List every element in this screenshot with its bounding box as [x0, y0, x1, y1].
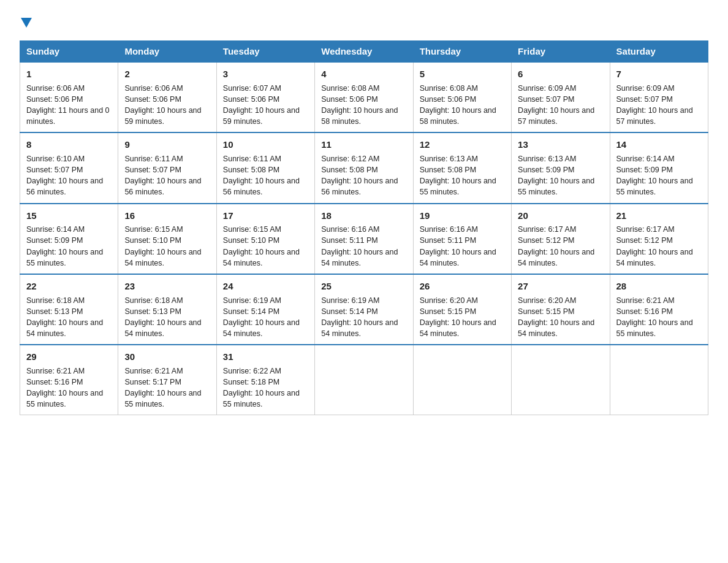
sunset-text: Sunset: 5:10 PM [124, 236, 181, 245]
page-header [20, 15, 708, 31]
sunrise-text: Sunrise: 6:15 AM [223, 225, 281, 234]
day-number: 14 [616, 138, 702, 151]
daylight-text: Daylight: 10 hours and 54 minutes. [124, 318, 201, 338]
calendar-cell: 7Sunrise: 6:09 AMSunset: 5:07 PMDaylight… [610, 62, 708, 132]
sunset-text: Sunset: 5:18 PM [223, 378, 279, 386]
sunrise-text: Sunrise: 6:07 AM [223, 84, 281, 93]
day-number: 19 [420, 209, 505, 223]
day-number: 12 [420, 138, 505, 151]
calendar-cell [413, 345, 511, 415]
sunset-text: Sunset: 5:07 PM [26, 166, 83, 174]
sunrise-text: Sunrise: 6:14 AM [616, 155, 675, 163]
calendar-cell: 30Sunrise: 6:21 AMSunset: 5:17 PMDayligh… [118, 345, 216, 415]
sunset-text: Sunset: 5:07 PM [124, 166, 181, 174]
day-number: 21 [616, 209, 702, 223]
sunrise-text: Sunrise: 6:19 AM [223, 296, 281, 305]
sunset-text: Sunset: 5:13 PM [26, 307, 83, 316]
sunset-text: Sunset: 5:14 PM [223, 307, 279, 316]
header-friday: Friday [512, 41, 610, 63]
daylight-text: Daylight: 10 hours and 54 minutes. [124, 248, 201, 267]
day-number: 3 [223, 67, 308, 81]
sunrise-text: Sunrise: 6:21 AM [124, 367, 183, 375]
sunrise-text: Sunrise: 6:21 AM [616, 296, 675, 305]
daylight-text: Daylight: 10 hours and 54 minutes. [518, 318, 594, 338]
sunset-text: Sunset: 5:12 PM [518, 236, 574, 245]
calendar-cell: 24Sunrise: 6:19 AMSunset: 5:14 PMDayligh… [216, 274, 314, 345]
day-number: 13 [518, 138, 603, 151]
calendar-cell [610, 345, 708, 415]
sunset-text: Sunset: 5:12 PM [616, 236, 673, 245]
daylight-text: Daylight: 10 hours and 56 minutes. [124, 177, 201, 196]
sunrise-text: Sunrise: 6:19 AM [321, 296, 379, 305]
daylight-text: Daylight: 11 hours and 0 minutes. [26, 106, 110, 126]
calendar-cell: 15Sunrise: 6:14 AMSunset: 5:09 PMDayligh… [20, 204, 118, 274]
day-number: 18 [321, 209, 406, 223]
daylight-text: Daylight: 10 hours and 54 minutes. [223, 318, 300, 338]
daylight-text: Daylight: 10 hours and 55 minutes. [616, 318, 693, 338]
daylight-text: Daylight: 10 hours and 58 minutes. [420, 106, 496, 126]
sunset-text: Sunset: 5:09 PM [616, 166, 673, 174]
sunrise-text: Sunrise: 6:06 AM [26, 84, 85, 93]
day-number: 16 [124, 209, 210, 223]
daylight-text: Daylight: 10 hours and 54 minutes. [420, 248, 496, 267]
calendar-cell: 4Sunrise: 6:08 AMSunset: 5:06 PMDaylight… [315, 62, 413, 132]
day-number: 25 [321, 280, 406, 293]
calendar-cell: 13Sunrise: 6:13 AMSunset: 5:09 PMDayligh… [512, 132, 610, 203]
sunset-text: Sunset: 5:06 PM [420, 95, 476, 104]
daylight-text: Daylight: 10 hours and 55 minutes. [223, 389, 300, 408]
day-number: 11 [321, 138, 406, 151]
daylight-text: Daylight: 10 hours and 57 minutes. [518, 106, 594, 126]
sunset-text: Sunset: 5:09 PM [26, 236, 83, 245]
sunrise-text: Sunrise: 6:17 AM [616, 225, 675, 234]
day-number: 31 [223, 350, 308, 364]
calendar-cell: 11Sunrise: 6:12 AMSunset: 5:08 PMDayligh… [315, 132, 413, 203]
sunset-text: Sunset: 5:11 PM [420, 236, 476, 245]
calendar-cell: 28Sunrise: 6:21 AMSunset: 5:16 PMDayligh… [610, 274, 708, 345]
sunrise-text: Sunrise: 6:08 AM [321, 84, 379, 93]
day-number: 24 [223, 280, 308, 293]
calendar-cell: 8Sunrise: 6:10 AMSunset: 5:07 PMDaylight… [20, 132, 118, 203]
day-number: 6 [518, 67, 603, 81]
sunset-text: Sunset: 5:14 PM [321, 307, 377, 316]
logo [20, 15, 33, 31]
daylight-text: Daylight: 10 hours and 58 minutes. [321, 106, 398, 126]
sunset-text: Sunset: 5:16 PM [616, 307, 673, 316]
sunrise-text: Sunrise: 6:16 AM [321, 225, 379, 234]
daylight-text: Daylight: 10 hours and 56 minutes. [26, 177, 103, 196]
day-number: 17 [223, 209, 308, 223]
sunrise-text: Sunrise: 6:06 AM [124, 84, 183, 93]
calendar-cell: 12Sunrise: 6:13 AMSunset: 5:08 PMDayligh… [413, 132, 511, 203]
calendar-cell [512, 345, 610, 415]
calendar-cell: 31Sunrise: 6:22 AMSunset: 5:18 PMDayligh… [216, 345, 314, 415]
calendar-cell: 20Sunrise: 6:17 AMSunset: 5:12 PMDayligh… [512, 204, 610, 274]
day-number: 20 [518, 209, 603, 223]
sunset-text: Sunset: 5:15 PM [518, 307, 574, 316]
day-number: 8 [26, 138, 112, 151]
day-number: 2 [124, 67, 210, 81]
daylight-text: Daylight: 10 hours and 54 minutes. [321, 248, 398, 267]
sunrise-text: Sunrise: 6:16 AM [420, 225, 478, 234]
daylight-text: Daylight: 10 hours and 54 minutes. [26, 318, 103, 338]
day-number: 30 [124, 350, 210, 364]
sunrise-text: Sunrise: 6:15 AM [124, 225, 183, 234]
calendar-cell: 17Sunrise: 6:15 AMSunset: 5:10 PMDayligh… [216, 204, 314, 274]
day-number: 7 [616, 67, 702, 81]
day-number: 1 [26, 67, 112, 81]
sunset-text: Sunset: 5:07 PM [616, 95, 673, 104]
daylight-text: Daylight: 10 hours and 55 minutes. [420, 177, 496, 196]
sunrise-text: Sunrise: 6:20 AM [420, 296, 478, 305]
calendar-cell: 29Sunrise: 6:21 AMSunset: 5:16 PMDayligh… [20, 345, 118, 415]
calendar-header-row: SundayMondayTuesdayWednesdayThursdayFrid… [20, 41, 708, 63]
sunrise-text: Sunrise: 6:12 AM [321, 155, 379, 163]
daylight-text: Daylight: 10 hours and 54 minutes. [518, 248, 594, 267]
week-row-1: 1Sunrise: 6:06 AMSunset: 5:06 PMDaylight… [20, 62, 708, 132]
calendar-cell: 5Sunrise: 6:08 AMSunset: 5:06 PMDaylight… [413, 62, 511, 132]
sunset-text: Sunset: 5:13 PM [124, 307, 181, 316]
daylight-text: Daylight: 10 hours and 57 minutes. [616, 106, 693, 126]
daylight-text: Daylight: 10 hours and 54 minutes. [616, 248, 693, 267]
calendar-cell: 3Sunrise: 6:07 AMSunset: 5:06 PMDaylight… [216, 62, 314, 132]
sunrise-text: Sunrise: 6:11 AM [124, 155, 183, 163]
sunset-text: Sunset: 5:16 PM [26, 378, 83, 386]
sunrise-text: Sunrise: 6:21 AM [26, 367, 85, 375]
week-row-5: 29Sunrise: 6:21 AMSunset: 5:16 PMDayligh… [20, 345, 708, 415]
